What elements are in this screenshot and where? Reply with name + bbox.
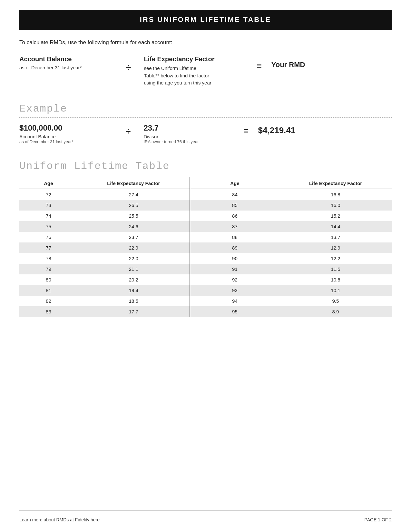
example-account-label: Account Balance bbox=[19, 134, 116, 139]
example-row: $100,000.00 Account Balance as of Decemb… bbox=[19, 123, 392, 144]
factor-right: 10.1 bbox=[279, 285, 392, 296]
table-row: 8020.29210.8 bbox=[19, 274, 392, 285]
col-age-left-header: Age bbox=[19, 177, 78, 189]
example-result: $4,219.41 bbox=[258, 123, 296, 135]
factor-right: 9.5 bbox=[279, 296, 392, 306]
factor-right: 16.0 bbox=[279, 200, 392, 211]
account-balance-sub: as of December 31 last year* bbox=[19, 65, 116, 70]
example-section-title: Example bbox=[19, 103, 392, 115]
example-divisor-label: Divisor bbox=[143, 134, 234, 139]
example-equals-symbol: = bbox=[234, 123, 258, 136]
formula-rmd: Your RMD bbox=[271, 55, 305, 69]
factor-left: 19.4 bbox=[78, 285, 190, 296]
table-row: 8317.7958.9 bbox=[19, 306, 392, 317]
factor-left: 20.2 bbox=[78, 274, 190, 285]
factor-left: 17.7 bbox=[78, 306, 190, 317]
age-right: 89 bbox=[190, 242, 279, 253]
formula-divide-symbol: ÷ bbox=[116, 55, 144, 73]
example-divisor: 23.7 Divisor IRA owner turned 76 this ye… bbox=[143, 123, 234, 144]
example-result-value: $4,219.41 bbox=[258, 125, 296, 135]
factor-right: 15.2 bbox=[279, 211, 392, 221]
age-right: 94 bbox=[190, 296, 279, 306]
formula-account: Account Balance as of December 31 last y… bbox=[19, 55, 116, 70]
rmd-label: Your RMD bbox=[271, 61, 305, 69]
table-row: 7524.68714.4 bbox=[19, 221, 392, 232]
footer-link[interactable]: Learn more about RMDs at Fidelity here bbox=[19, 517, 100, 522]
footer: Learn more about RMDs at Fidelity here P… bbox=[19, 510, 392, 522]
age-left: 76 bbox=[19, 232, 78, 242]
example-account: $100,000.00 Account Balance as of Decemb… bbox=[19, 123, 116, 144]
formula-lef: Life Expectancy Factor see the Uniform L… bbox=[144, 55, 247, 87]
factor-right: 12.2 bbox=[279, 253, 392, 264]
age-left: 75 bbox=[19, 221, 78, 232]
intro-text: To calculate RMDs, use the following for… bbox=[19, 39, 392, 46]
factor-left: 26.5 bbox=[78, 200, 190, 211]
age-left: 82 bbox=[19, 296, 78, 306]
age-right: 93 bbox=[190, 285, 279, 296]
factor-right: 12.9 bbox=[279, 242, 392, 253]
age-right: 85 bbox=[190, 200, 279, 211]
page-header: IRS UNIFORM LIFETIME TABLE bbox=[19, 10, 392, 30]
page: IRS UNIFORM LIFETIME TABLE To calculate … bbox=[0, 0, 411, 532]
lef-sub: see the Uniform Lifetime Table** below t… bbox=[144, 65, 247, 87]
age-left: 80 bbox=[19, 274, 78, 285]
factor-right: 10.8 bbox=[279, 274, 392, 285]
age-left: 74 bbox=[19, 211, 78, 221]
factor-left: 22.0 bbox=[78, 253, 190, 264]
table-header-row: Age Life Expectancy Factor Age Life Expe… bbox=[19, 177, 392, 189]
age-right: 88 bbox=[190, 232, 279, 242]
table-row: 8119.49310.1 bbox=[19, 285, 392, 296]
page-title: IRS UNIFORM LIFETIME TABLE bbox=[140, 15, 271, 24]
factor-left: 25.5 bbox=[78, 211, 190, 221]
factor-left: 24.6 bbox=[78, 221, 190, 232]
age-right: 92 bbox=[190, 274, 279, 285]
factor-left: 21.1 bbox=[78, 264, 190, 274]
factor-right: 11.5 bbox=[279, 264, 392, 274]
col-lef-left-header: Life Expectancy Factor bbox=[78, 177, 190, 189]
age-right: 91 bbox=[190, 264, 279, 274]
age-right: 87 bbox=[190, 221, 279, 232]
table-row: 7623.78813.7 bbox=[19, 232, 392, 242]
factor-left: 27.4 bbox=[78, 189, 190, 200]
example-divider bbox=[19, 117, 392, 118]
table-section-title: Uniform Lifetime Table bbox=[19, 160, 392, 172]
col-lef-right-header: Life Expectancy Factor bbox=[279, 177, 392, 189]
age-left: 73 bbox=[19, 200, 78, 211]
table-row: 7326.58516.0 bbox=[19, 200, 392, 211]
table-row: 7822.09012.2 bbox=[19, 253, 392, 264]
table-row: 7425.58615.2 bbox=[19, 211, 392, 221]
factor-right: 8.9 bbox=[279, 306, 392, 317]
age-left: 78 bbox=[19, 253, 78, 264]
formula-equals-symbol: = bbox=[247, 55, 271, 71]
age-left: 79 bbox=[19, 264, 78, 274]
factor-left: 22.9 bbox=[78, 242, 190, 253]
uniform-lifetime-table: Age Life Expectancy Factor Age Life Expe… bbox=[19, 177, 392, 317]
age-right: 84 bbox=[190, 189, 279, 200]
table-row: 8218.5949.5 bbox=[19, 296, 392, 306]
account-balance-label: Account Balance bbox=[19, 55, 116, 63]
example-divisor-value: 23.7 bbox=[143, 123, 234, 133]
table-row: 7722.98912.9 bbox=[19, 242, 392, 253]
lef-label: Life Expectancy Factor bbox=[144, 55, 247, 63]
age-left: 72 bbox=[19, 189, 78, 200]
example-account-sub: as of December 31 last year* bbox=[19, 139, 116, 144]
table-row: 7227.48416.8 bbox=[19, 189, 392, 200]
example-divisor-sub: IRA owner turned 76 this year bbox=[143, 139, 234, 144]
factor-right: 16.8 bbox=[279, 189, 392, 200]
factor-left: 23.7 bbox=[78, 232, 190, 242]
table-row: 7921.19111.5 bbox=[19, 264, 392, 274]
age-right: 95 bbox=[190, 306, 279, 317]
page-number: PAGE 1 OF 2 bbox=[364, 517, 392, 522]
factor-right: 13.7 bbox=[279, 232, 392, 242]
age-left: 77 bbox=[19, 242, 78, 253]
age-left: 83 bbox=[19, 306, 78, 317]
age-left: 81 bbox=[19, 285, 78, 296]
example-account-value: $100,000.00 bbox=[19, 123, 116, 133]
factor-left: 18.5 bbox=[78, 296, 190, 306]
age-right: 86 bbox=[190, 211, 279, 221]
age-right: 90 bbox=[190, 253, 279, 264]
col-age-right-header: Age bbox=[190, 177, 279, 189]
formula-row: Account Balance as of December 31 last y… bbox=[19, 55, 392, 87]
example-divide-symbol: ÷ bbox=[116, 123, 143, 136]
factor-right: 14.4 bbox=[279, 221, 392, 232]
